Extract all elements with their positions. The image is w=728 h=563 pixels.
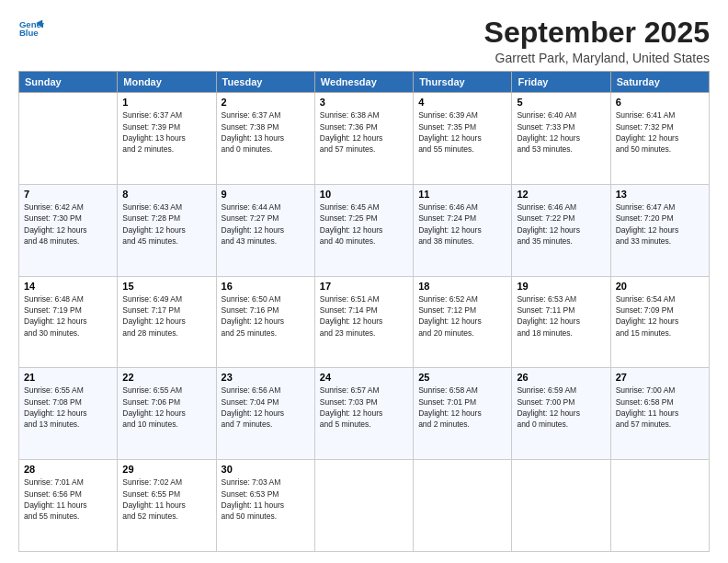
col-thursday: Thursday xyxy=(414,72,512,93)
day-number: 25 xyxy=(418,372,506,383)
day-number: 18 xyxy=(418,281,506,292)
week-row-4: 21Sunrise: 6:55 AMSunset: 7:08 PMDayligh… xyxy=(19,368,710,460)
table-cell: 16Sunrise: 6:50 AMSunset: 7:16 PMDayligh… xyxy=(216,276,314,368)
table-cell: 22Sunrise: 6:55 AMSunset: 7:06 PMDayligh… xyxy=(118,368,216,460)
table-cell: 25Sunrise: 6:58 AMSunset: 7:01 PMDayligh… xyxy=(414,368,512,460)
table-cell xyxy=(314,460,413,552)
day-info: Sunrise: 6:53 AMSunset: 7:11 PMDaylight:… xyxy=(517,293,605,339)
table-cell: 17Sunrise: 6:51 AMSunset: 7:14 PMDayligh… xyxy=(314,276,413,368)
day-info: Sunrise: 6:55 AMSunset: 7:08 PMDaylight:… xyxy=(24,385,112,430)
day-info: Sunrise: 7:03 AMSunset: 6:53 PMDaylight:… xyxy=(222,477,310,522)
day-info: Sunrise: 7:01 AMSunset: 6:56 PMDaylight:… xyxy=(24,477,112,522)
daylight-info: Daylight: 12 hours xyxy=(122,316,186,326)
day-number: 9 xyxy=(222,189,310,200)
table-cell: 4Sunrise: 6:39 AMSunset: 7:35 PMDaylight… xyxy=(414,93,512,185)
header: General Blue September 2025 Garrett Park… xyxy=(18,17,710,65)
table-cell xyxy=(414,460,512,552)
day-info: Sunrise: 6:39 AMSunset: 7:35 PMDaylight:… xyxy=(418,109,506,155)
day-info: Sunrise: 6:46 AMSunset: 7:22 PMDaylight:… xyxy=(517,201,605,247)
day-info: Sunrise: 6:51 AMSunset: 7:14 PMDaylight:… xyxy=(320,293,408,339)
table-cell: 29Sunrise: 7:02 AMSunset: 6:55 PMDayligh… xyxy=(118,460,216,552)
table-cell: 12Sunrise: 6:46 AMSunset: 7:22 PMDayligh… xyxy=(512,184,610,276)
day-info: Sunrise: 6:42 AMSunset: 7:30 PMDaylight:… xyxy=(24,201,112,247)
logo: General Blue xyxy=(18,17,44,42)
day-info: Sunrise: 6:48 AMSunset: 7:19 PMDaylight:… xyxy=(24,293,112,339)
day-info: Sunrise: 6:52 AMSunset: 7:12 PMDaylight:… xyxy=(418,293,506,339)
col-tuesday: Tuesday xyxy=(216,72,314,93)
day-number: 10 xyxy=(320,189,408,200)
day-number: 14 xyxy=(24,281,112,292)
table-cell: 13Sunrise: 6:47 AMSunset: 7:20 PMDayligh… xyxy=(610,184,709,276)
col-friday: Friday xyxy=(512,72,610,93)
daylight-info: Daylight: 12 hours xyxy=(616,225,679,235)
day-info: Sunrise: 6:38 AMSunset: 7:36 PMDaylight:… xyxy=(320,109,408,155)
daylight-info: Daylight: 12 hours xyxy=(222,225,285,235)
table-cell: 28Sunrise: 7:01 AMSunset: 6:56 PMDayligh… xyxy=(19,460,118,552)
daylight-info: Daylight: 11 hours xyxy=(222,500,285,510)
table-cell xyxy=(512,460,610,552)
table-cell xyxy=(19,93,118,185)
table-cell: 14Sunrise: 6:48 AMSunset: 7:19 PMDayligh… xyxy=(19,276,118,368)
daylight-info: Daylight: 12 hours xyxy=(122,408,186,418)
day-info: Sunrise: 6:40 AMSunset: 7:33 PMDaylight:… xyxy=(517,109,605,155)
table-cell: 8Sunrise: 6:43 AMSunset: 7:28 PMDaylight… xyxy=(118,184,216,276)
day-number: 7 xyxy=(24,189,112,200)
day-info: Sunrise: 6:59 AMSunset: 7:00 PMDaylight:… xyxy=(517,385,605,430)
daylight-info: Daylight: 11 hours xyxy=(122,500,186,510)
col-wednesday: Wednesday xyxy=(314,72,413,93)
week-row-5: 28Sunrise: 7:01 AMSunset: 6:56 PMDayligh… xyxy=(19,460,710,552)
day-info: Sunrise: 6:50 AMSunset: 7:16 PMDaylight:… xyxy=(222,293,310,339)
day-number: 12 xyxy=(517,189,605,200)
page: General Blue September 2025 Garrett Park… xyxy=(0,0,728,563)
table-cell: 3Sunrise: 6:38 AMSunset: 7:36 PMDaylight… xyxy=(314,93,413,185)
day-number: 17 xyxy=(320,281,408,292)
table-cell: 20Sunrise: 6:54 AMSunset: 7:09 PMDayligh… xyxy=(610,276,709,368)
daylight-info: Daylight: 12 hours xyxy=(418,225,482,235)
day-info: Sunrise: 6:43 AMSunset: 7:28 PMDaylight:… xyxy=(122,201,210,247)
table-cell: 2Sunrise: 6:37 AMSunset: 7:38 PMDaylight… xyxy=(216,93,314,185)
col-monday: Monday xyxy=(118,72,216,93)
table-cell: 15Sunrise: 6:49 AMSunset: 7:17 PMDayligh… xyxy=(118,276,216,368)
daylight-info: Daylight: 12 hours xyxy=(320,225,383,235)
week-row-2: 7Sunrise: 6:42 AMSunset: 7:30 PMDaylight… xyxy=(19,184,710,276)
day-info: Sunrise: 6:44 AMSunset: 7:27 PMDaylight:… xyxy=(222,201,310,247)
day-number: 19 xyxy=(517,281,605,292)
daylight-info: Daylight: 12 hours xyxy=(222,408,285,418)
day-number: 23 xyxy=(222,372,310,383)
day-number: 28 xyxy=(24,464,112,475)
table-cell: 7Sunrise: 6:42 AMSunset: 7:30 PMDaylight… xyxy=(19,184,118,276)
table-cell: 24Sunrise: 6:57 AMSunset: 7:03 PMDayligh… xyxy=(314,368,413,460)
daylight-info: Daylight: 12 hours xyxy=(418,408,482,418)
day-number: 21 xyxy=(24,372,112,383)
svg-text:Blue: Blue xyxy=(19,28,39,38)
daylight-info: Daylight: 12 hours xyxy=(122,225,186,235)
day-number: 8 xyxy=(122,189,210,200)
day-number: 1 xyxy=(122,97,210,108)
col-sunday: Sunday xyxy=(19,72,118,93)
month-title: September 2025 xyxy=(484,17,710,49)
daylight-info: Daylight: 12 hours xyxy=(320,408,383,418)
day-info: Sunrise: 6:37 AMSunset: 7:39 PMDaylight:… xyxy=(122,109,210,155)
day-info: Sunrise: 6:47 AMSunset: 7:20 PMDaylight:… xyxy=(616,201,704,247)
day-number: 20 xyxy=(616,281,704,292)
day-number: 4 xyxy=(418,97,506,108)
day-info: Sunrise: 6:46 AMSunset: 7:24 PMDaylight:… xyxy=(418,201,506,247)
table-cell: 19Sunrise: 6:53 AMSunset: 7:11 PMDayligh… xyxy=(512,276,610,368)
table-cell: 1Sunrise: 6:37 AMSunset: 7:39 PMDaylight… xyxy=(118,93,216,185)
col-saturday: Saturday xyxy=(610,72,709,93)
daylight-info: Daylight: 12 hours xyxy=(517,133,580,143)
day-info: Sunrise: 6:41 AMSunset: 7:32 PMDaylight:… xyxy=(616,109,704,155)
day-number: 3 xyxy=(320,97,408,108)
week-row-1: 1Sunrise: 6:37 AMSunset: 7:39 PMDaylight… xyxy=(19,93,710,185)
daylight-info: Daylight: 12 hours xyxy=(24,316,87,326)
day-number: 22 xyxy=(122,372,210,383)
day-number: 2 xyxy=(222,97,310,108)
day-number: 16 xyxy=(222,281,310,292)
daylight-info: Daylight: 13 hours xyxy=(122,133,186,143)
table-cell: 11Sunrise: 6:46 AMSunset: 7:24 PMDayligh… xyxy=(414,184,512,276)
table-cell: 30Sunrise: 7:03 AMSunset: 6:53 PMDayligh… xyxy=(216,460,314,552)
calendar-table: Sunday Monday Tuesday Wednesday Thursday… xyxy=(18,71,710,552)
week-row-3: 14Sunrise: 6:48 AMSunset: 7:19 PMDayligh… xyxy=(19,276,710,368)
table-cell xyxy=(610,460,709,552)
calendar-header-row: Sunday Monday Tuesday Wednesday Thursday… xyxy=(19,72,710,93)
